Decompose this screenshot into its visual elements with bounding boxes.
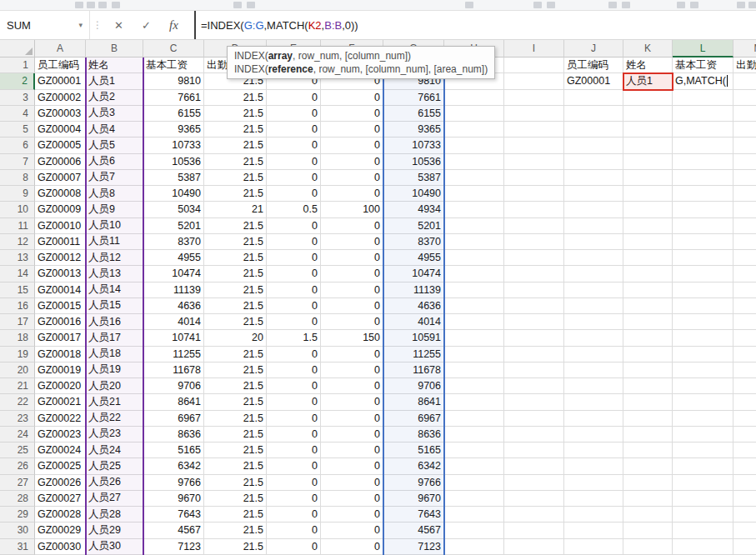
cell-C24[interactable]: 8636 (143, 427, 204, 442)
row-header-14[interactable]: 14 (0, 266, 35, 282)
cell-K25[interactable] (623, 442, 673, 458)
column-header-B[interactable]: B (86, 40, 143, 58)
cell-M22[interactable] (733, 394, 756, 410)
cell-B9[interactable]: 人员8 (86, 186, 143, 202)
cell-J8[interactable] (564, 170, 623, 186)
cell-K22[interactable] (623, 394, 673, 410)
cell-L24[interactable] (673, 427, 733, 442)
cell-C3[interactable]: 7661 (143, 90, 204, 106)
cell-I12[interactable] (504, 234, 564, 250)
ribbon-icon[interactable] (247, 2, 255, 8)
cell-G9[interactable]: 10490 (383, 186, 444, 202)
cell-I9[interactable] (504, 186, 564, 202)
cell-B19[interactable]: 人员18 (86, 347, 143, 362)
cell-C26[interactable]: 6342 (143, 458, 204, 474)
cell-L29[interactable] (673, 507, 733, 522)
cell-K6[interactable] (623, 138, 673, 153)
cell-A7[interactable]: GZ00006 (35, 154, 86, 170)
cell-A5[interactable]: GZ00004 (35, 122, 86, 138)
cell-A2[interactable]: GZ00001 (35, 73, 86, 89)
cell-G3[interactable]: 7661 (383, 90, 444, 106)
row-header-2[interactable]: 2 (0, 73, 35, 89)
cell-I23[interactable] (504, 411, 564, 427)
cell-G20[interactable]: 11678 (383, 362, 444, 378)
cell-F17[interactable]: 0 (321, 314, 383, 330)
row-header-3[interactable]: 3 (0, 90, 35, 106)
cell-H12[interactable] (444, 234, 504, 250)
cell-I8[interactable] (504, 170, 564, 186)
column-header-J[interactable]: J (564, 40, 623, 58)
cell-F30[interactable]: 0 (321, 522, 383, 538)
ribbon-icon[interactable] (112, 2, 120, 8)
cell-E25[interactable]: 0 (267, 442, 321, 458)
cell-G28[interactable]: 9670 (383, 491, 444, 507)
cell-M28[interactable] (733, 491, 756, 507)
cell-D29[interactable]: 21.5 (204, 507, 267, 522)
cell-A9[interactable]: GZ00008 (35, 186, 86, 202)
cell-F6[interactable]: 0 (321, 138, 383, 153)
cell-J4[interactable] (564, 106, 623, 122)
cell-G29[interactable]: 7643 (383, 507, 444, 522)
cell-L4[interactable] (673, 106, 733, 122)
cell-J6[interactable] (564, 138, 623, 153)
cell-H4[interactable] (444, 106, 504, 122)
cell-C16[interactable]: 4636 (143, 298, 204, 314)
cell-D28[interactable]: 21.5 (204, 491, 267, 507)
ribbon-icon[interactable] (737, 2, 745, 8)
cell-J1[interactable]: 员工编码 (564, 58, 623, 73)
name-box-dropdown-icon[interactable]: ▾ (78, 21, 83, 29)
cell-H19[interactable] (444, 347, 504, 362)
cell-L27[interactable] (673, 475, 733, 491)
cell-H14[interactable] (444, 266, 504, 282)
cell-K17[interactable] (623, 314, 673, 330)
cell-L7[interactable] (673, 154, 733, 170)
cell-F18[interactable]: 150 (321, 330, 383, 346)
cell-C6[interactable]: 10733 (143, 138, 204, 153)
cell-I30[interactable] (504, 522, 564, 538)
cell-L16[interactable] (673, 298, 733, 314)
cell-J9[interactable] (564, 186, 623, 202)
cell-I16[interactable] (504, 298, 564, 314)
cell-C9[interactable]: 10490 (143, 186, 204, 202)
cell-G17[interactable]: 4014 (383, 314, 444, 330)
cell-C13[interactable]: 4955 (143, 250, 204, 266)
cell-G11[interactable]: 5201 (383, 218, 444, 234)
cell-B18[interactable]: 人员17 (86, 330, 143, 346)
cell-K23[interactable] (623, 411, 673, 427)
cell-B24[interactable]: 人员23 (86, 427, 143, 442)
cell-H20[interactable] (444, 362, 504, 378)
cell-A6[interactable]: GZ00005 (35, 138, 86, 153)
cell-L13[interactable] (673, 250, 733, 266)
cell-B30[interactable]: 人员29 (86, 522, 143, 538)
cell-L19[interactable] (673, 347, 733, 362)
cell-C31[interactable]: 7123 (143, 539, 204, 555)
cell-M13[interactable] (733, 250, 756, 266)
cell-K31[interactable] (623, 539, 673, 555)
cell-K20[interactable] (623, 362, 673, 378)
cell-E6[interactable]: 0 (267, 138, 321, 153)
cell-A3[interactable]: GZ00002 (35, 90, 86, 106)
cell-B11[interactable]: 人员10 (86, 218, 143, 234)
cell-A13[interactable]: GZ00012 (35, 250, 86, 266)
cell-C12[interactable]: 8370 (143, 234, 204, 250)
cell-A20[interactable]: GZ00019 (35, 362, 86, 378)
cell-A28[interactable]: GZ00027 (35, 491, 86, 507)
cell-L12[interactable] (673, 234, 733, 250)
cell-B29[interactable]: 人员28 (86, 507, 143, 522)
enter-button[interactable]: ✓ (133, 11, 160, 39)
cell-M5[interactable] (733, 122, 756, 138)
cell-J30[interactable] (564, 522, 623, 538)
cell-M15[interactable] (733, 282, 756, 298)
cell-G23[interactable]: 6967 (383, 411, 444, 427)
cell-H22[interactable] (444, 394, 504, 410)
cell-K26[interactable] (623, 458, 673, 474)
ribbon-icon[interactable] (748, 2, 756, 8)
cell-J10[interactable] (564, 202, 623, 218)
cell-G16[interactable]: 4636 (383, 298, 444, 314)
cell-C21[interactable]: 9706 (143, 378, 204, 394)
cell-A26[interactable]: GZ00025 (35, 458, 86, 474)
cell-I14[interactable] (504, 266, 564, 282)
cell-M2[interactable] (733, 73, 756, 89)
cell-B20[interactable]: 人员19 (86, 362, 143, 378)
cell-H17[interactable] (444, 314, 504, 330)
